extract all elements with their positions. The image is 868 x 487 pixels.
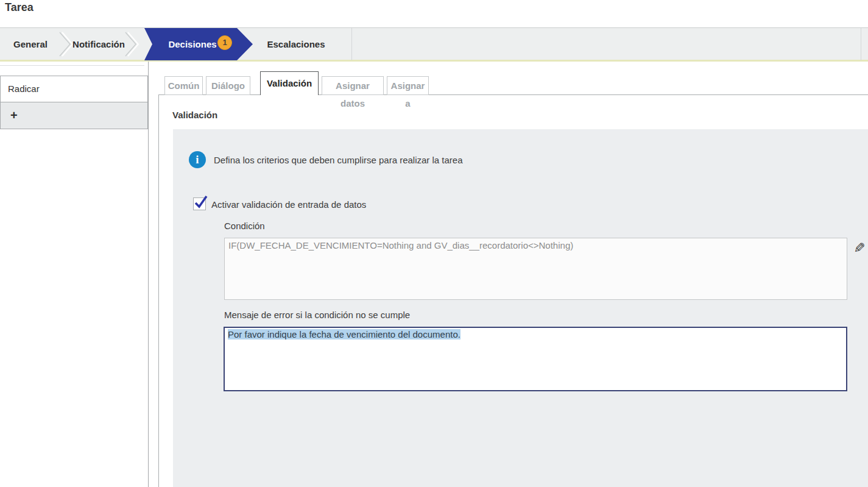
tab-comun[interactable]: Común xyxy=(164,76,203,95)
chevron-separator-icon xyxy=(57,28,73,60)
info-message: Defina los criterios que deben cumplirse… xyxy=(214,155,463,165)
error-message-label: Mensaje de error si la condición no se c… xyxy=(224,310,410,320)
condition-label: Condición xyxy=(224,221,265,231)
info-icon: i xyxy=(189,151,206,168)
decisiones-count-badge: 1 xyxy=(217,35,232,50)
enable-validation-checkbox[interactable] xyxy=(193,197,206,210)
enable-validation-label: Activar validación de entrada de datos xyxy=(211,199,366,210)
tab-asignar-a[interactable]: Asignar a xyxy=(387,76,429,95)
wizard-step-general[interactable]: General xyxy=(0,28,61,60)
add-decision-button[interactable]: + xyxy=(0,102,148,129)
section-title: Validación xyxy=(172,110,217,120)
tab-validacion[interactable]: Validación xyxy=(260,71,319,95)
error-message-textarea[interactable]: Por favor indique la fecha de vencimient… xyxy=(224,327,847,391)
chevron-separator-icon xyxy=(123,28,139,60)
condition-textarea[interactable]: IF(DW_FECHA_DE_VENCIMIENTO=Nothing and G… xyxy=(224,238,847,300)
selected-text: Por favor indique la fecha de vencimient… xyxy=(228,329,460,339)
wizard-step-decisiones[interactable]: Decisiones xyxy=(144,28,253,60)
sidebar-item-radicar[interactable]: Radicar xyxy=(0,76,148,102)
edit-pencil-icon[interactable]: ✎ xyxy=(852,240,867,257)
bar-divider xyxy=(351,28,352,60)
validation-fieldset xyxy=(173,129,868,487)
bar-divider xyxy=(861,28,861,60)
tab-dialogo[interactable]: Diálogo xyxy=(206,76,250,95)
wizard-step-escalaciones[interactable]: Escalaciones xyxy=(253,28,351,60)
wizard-step-bar: General Notificación Decisiones 1 Escala… xyxy=(0,27,868,62)
tab-asignar-datos[interactable]: Asignar datos xyxy=(322,76,384,95)
checkmark-icon xyxy=(194,194,208,210)
sidebar-top-divider xyxy=(0,65,144,66)
wizard-step-notificacion[interactable]: Notificación xyxy=(72,28,125,60)
page-title: Tarea xyxy=(5,1,34,14)
sidebar-divider xyxy=(148,62,149,487)
